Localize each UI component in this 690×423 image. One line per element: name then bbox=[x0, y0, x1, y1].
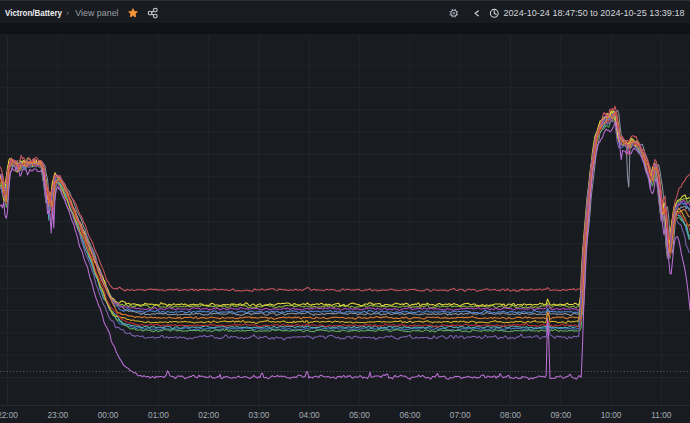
svg-text:01:00: 01:00 bbox=[148, 410, 169, 420]
svg-text:09:00: 09:00 bbox=[550, 410, 571, 420]
svg-text:05:00: 05:00 bbox=[349, 410, 370, 420]
svg-text:07:00: 07:00 bbox=[450, 410, 471, 420]
svg-text:11:00: 11:00 bbox=[651, 410, 672, 420]
svg-text:03:00: 03:00 bbox=[249, 410, 270, 420]
svg-text:View panel: View panel bbox=[75, 8, 118, 18]
svg-text:06:00: 06:00 bbox=[400, 410, 421, 420]
svg-text:02:00: 02:00 bbox=[198, 410, 219, 420]
svg-text:2024-10-24 18:47:50 to 2024-10: 2024-10-24 18:47:50 to 2024-10-25 13:39:… bbox=[504, 8, 685, 18]
svg-text:04:00: 04:00 bbox=[299, 410, 320, 420]
svg-text:00:00: 00:00 bbox=[98, 410, 119, 420]
svg-text:Victron/Battery: Victron/Battery bbox=[5, 8, 63, 18]
svg-text:22:00: 22:00 bbox=[0, 410, 18, 420]
svg-text:08:00: 08:00 bbox=[500, 410, 521, 420]
svg-text:10:00: 10:00 bbox=[601, 410, 622, 420]
svg-text:23:00: 23:00 bbox=[47, 410, 68, 420]
svg-text:›: › bbox=[66, 8, 69, 18]
